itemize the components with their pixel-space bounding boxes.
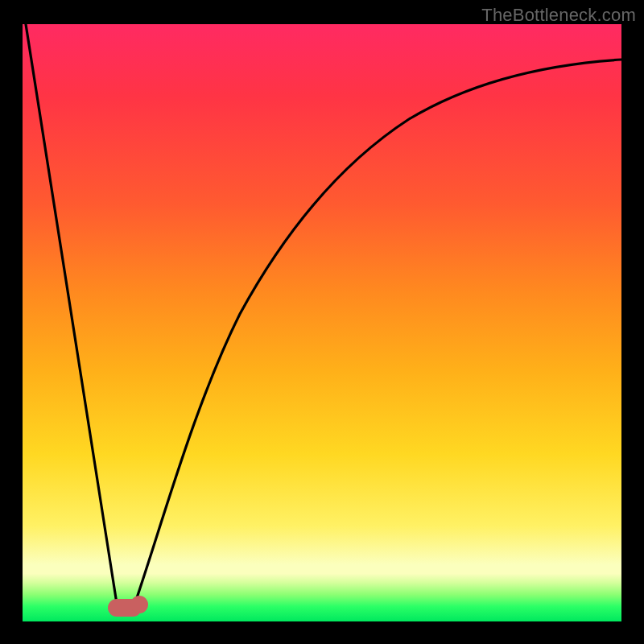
watermark-text: TheBottleneck.com [481,5,636,26]
chart-area [23,24,621,621]
optimal-point-marker-lobe [130,596,148,613]
bottleneck-curve [26,24,621,614]
bottleneck-curve-layer [23,24,621,621]
